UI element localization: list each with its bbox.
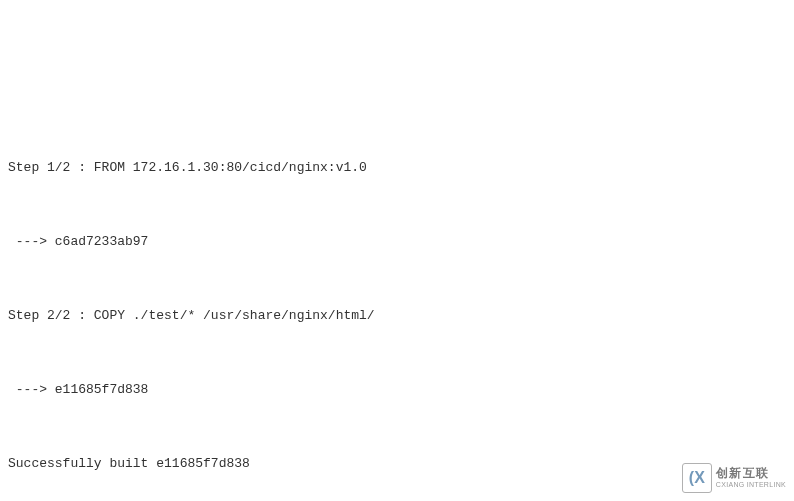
- log-line: ---> e11685f7d838: [8, 378, 786, 403]
- log-line: Step 1/2 : FROM 172.16.1.30:80/cicd/ngin…: [8, 156, 786, 181]
- watermark-en: CXIANG INTERLINK: [716, 481, 786, 489]
- watermark-text: 创新互联 CXIANG INTERLINK: [716, 467, 786, 489]
- log-line: Step 2/2 : COPY ./test/* /usr/share/ngin…: [8, 304, 786, 329]
- watermark-cn: 创新互联: [716, 467, 786, 481]
- watermark-logo-icon: (X: [682, 463, 712, 493]
- log-line: ---> c6ad7233ab97: [8, 230, 786, 255]
- watermark: (X 创新互联 CXIANG INTERLINK: [682, 463, 786, 493]
- console-output: Step 1/2 : FROM 172.16.1.30:80/cicd/ngin…: [8, 107, 786, 501]
- log-line: Successfully built e11685f7d838: [8, 452, 786, 477]
